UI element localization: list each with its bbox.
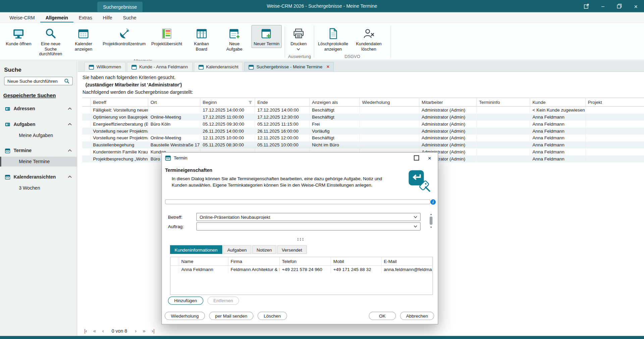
col-projekt[interactable]: Projekt <box>585 98 644 107</box>
scrollbar-thumb[interactable] <box>430 217 433 225</box>
project-overview-button[interactable]: Projektübersicht <box>149 25 185 48</box>
chevron-up-icon[interactable] <box>68 123 72 125</box>
cancel-button[interactable]: Abbrechen <box>400 312 434 320</box>
sidebar-item-label: Kalenderansichten <box>13 174 56 179</box>
titlebar-tab-suchergebnisse[interactable]: Suchergebnisse <box>97 2 143 12</box>
col-mobil[interactable]: Mobil <box>331 257 381 265</box>
subject-combobox[interactable]: Online-Präsentation Neubauprojekt <box>196 213 421 221</box>
col-telefon[interactable]: Telefon <box>279 257 331 265</box>
add-button[interactable]: Hinzufügen <box>168 296 203 304</box>
menu-item-suche[interactable]: Suche <box>118 12 142 23</box>
table-row[interactable]: Vorstellung neuer Projektmar 26.11.2025 … <box>82 127 644 134</box>
tab-versendet[interactable]: Versendet <box>277 245 307 254</box>
col-email[interactable]: E-Mail <box>381 257 432 265</box>
filter-icon[interactable] <box>248 100 252 105</box>
col-mitarbeiter[interactable]: Mitarbeiter <box>419 98 476 107</box>
row-selector-cell[interactable] <box>82 107 90 114</box>
new-appointment-button[interactable]: Neuer Termin <box>251 25 282 48</box>
print-button[interactable]: Drucken <box>288 25 309 52</box>
tab-suchergebnisse-meine-termine[interactable]: Suchergebnisse - Meine Termine × <box>244 62 334 71</box>
col-kunde[interactable]: Kunde <box>530 98 585 107</box>
minimize-icon[interactable]: – <box>595 0 611 12</box>
table-row[interactable]: Optimierung von Bauprojekte Online-Meeti… <box>82 114 644 121</box>
pager-next-button[interactable]: › <box>135 328 137 334</box>
menu-item-allgemein[interactable]: Allgemein <box>40 12 73 23</box>
ok-button[interactable]: OK <box>369 312 396 320</box>
delete-button[interactable]: Löschen <box>258 312 287 320</box>
kanban-board-button[interactable]: Kanban Board <box>185 25 218 53</box>
sidebar-item-meine-termine[interactable]: Meine Termine <box>0 157 77 166</box>
tab-aufgaben[interactable]: Aufgaben <box>223 245 251 254</box>
col-termininfo[interactable]: Termininfo <box>476 98 530 107</box>
col-name[interactable]: Name <box>179 257 228 265</box>
pager-prev-button[interactable]: ‹ <box>102 328 104 334</box>
pager-fast-back-button[interactable]: « <box>93 328 96 334</box>
sidebar-item-termine[interactable]: Termine <box>0 145 77 156</box>
row-selector-cell[interactable] <box>170 265 178 273</box>
menu-item-weise-crm[interactable]: Weise-CRM <box>4 12 40 23</box>
row-selector-cell[interactable] <box>82 127 90 134</box>
row-selector-cell[interactable] <box>82 134 90 141</box>
order-combobox[interactable] <box>196 222 421 230</box>
collapsed-panel-strip[interactable] <box>165 199 430 204</box>
table-row[interactable]: Fälligkeit: Vorstellung neuer P 17.12.20… <box>82 107 644 114</box>
popout-icon[interactable] <box>578 0 595 12</box>
scroll-down-icon[interactable]: ▼ <box>430 225 432 229</box>
pager-last-button[interactable]: ›| <box>152 328 155 334</box>
sidebar-item-meine-aufgaben[interactable]: Meine Aufgaben <box>0 130 77 140</box>
maximize-icon[interactable] <box>410 153 423 163</box>
close-icon[interactable]: × <box>628 0 644 12</box>
col-wiederholung[interactable]: Wiederholung <box>359 98 419 107</box>
tab-kundeninformationen[interactable]: Kundeninformationen <box>170 245 222 254</box>
show-delete-logs-button[interactable]: Löschprotokolle anzeigen <box>317 25 349 53</box>
tab-willkommen[interactable]: Willkommen <box>84 62 126 71</box>
col-beginn[interactable]: Beginn <box>200 98 255 107</box>
tab-notizen[interactable]: Notizen <box>252 245 276 254</box>
chevron-up-icon[interactable] <box>68 149 72 152</box>
tab-close-icon[interactable]: × <box>327 64 330 70</box>
chevron-up-icon[interactable] <box>68 108 72 110</box>
row-selector-cell[interactable] <box>82 141 90 148</box>
scroll-up-icon[interactable]: ▲ <box>430 212 432 216</box>
row-selector-cell[interactable] <box>82 148 90 155</box>
tab-kunde-anna-feldmann[interactable]: Kunde - Anna Feldmann <box>127 62 192 71</box>
new-search-sidebar-button[interactable]: Neue Suche durchführen <box>4 77 72 85</box>
new-search-button[interactable]: Eine neue Suche durchführen <box>35 25 67 58</box>
row-selector-cell[interactable] <box>82 155 90 162</box>
col-ende[interactable]: Ende <box>255 98 309 107</box>
col-firma[interactable]: Firma <box>228 257 279 265</box>
table-row[interactable]: Energieeffizienzberatung (Be Büro Köln 0… <box>82 120 644 127</box>
table-row[interactable]: Baustellenbegehung Baustelle Weststraße … <box>82 141 644 148</box>
recurrence-button[interactable]: Wiederholung <box>165 312 205 320</box>
sidebar-item-kalenderansichten[interactable]: Kalenderansichten <box>0 172 77 182</box>
sidebar-item-3-wochen[interactable]: 3 Wochen <box>0 183 77 193</box>
menu-item-extras[interactable]: Extras <box>73 12 98 23</box>
restore-icon[interactable] <box>611 0 628 12</box>
show-calendar-button[interactable]: Kalender anzeigen <box>67 25 100 53</box>
col-betreff[interactable]: Betreff <box>90 98 148 107</box>
tab-kalenderansicht[interactable]: Kalenderansicht <box>194 62 243 71</box>
customer-table: Name Firma Telefon Mobil E-Mail Anna Fel… <box>170 257 432 274</box>
sidebar-item-adressen[interactable]: Adressen <box>0 104 77 114</box>
sidebar-item-aufgaben[interactable]: Aufgaben <box>0 119 77 130</box>
table-row[interactable]: Anna Feldmann Feldmann Architektur & De … <box>170 265 432 273</box>
pager-first-button[interactable]: |‹ <box>84 328 87 334</box>
splitter-grip[interactable] <box>300 240 301 241</box>
cell-wiederholung <box>359 141 419 148</box>
close-icon[interactable]: × <box>423 153 436 163</box>
project-control-center-button[interactable]: Projektkontrollzentrum <box>100 25 148 48</box>
send-mail-button[interactable]: per Mail senden <box>209 312 254 320</box>
row-selector-cell[interactable] <box>82 120 90 127</box>
new-task-button[interactable]: Neue Aufgabe <box>218 25 251 53</box>
pager-fast-forward-button[interactable]: » <box>143 328 146 334</box>
info-icon[interactable]: i <box>430 199 436 205</box>
delete-customer-data-button[interactable]: Kundendaten löschen <box>350 25 388 53</box>
col-anzeigen-als[interactable]: Anzeigen als <box>309 98 359 107</box>
dialog-scrollbar[interactable]: ▲ ▼ <box>428 212 434 235</box>
menu-item-hilfe[interactable]: Hilfe <box>98 12 118 23</box>
open-customer-button[interactable]: Kunde öffnen <box>3 25 34 48</box>
col-ort[interactable]: Ort <box>148 98 200 107</box>
chevron-up-icon[interactable] <box>68 176 72 178</box>
table-row[interactable]: Vorstellung neuer Projektmar Online-Meet… <box>82 134 644 141</box>
row-selector-cell[interactable] <box>82 114 90 121</box>
